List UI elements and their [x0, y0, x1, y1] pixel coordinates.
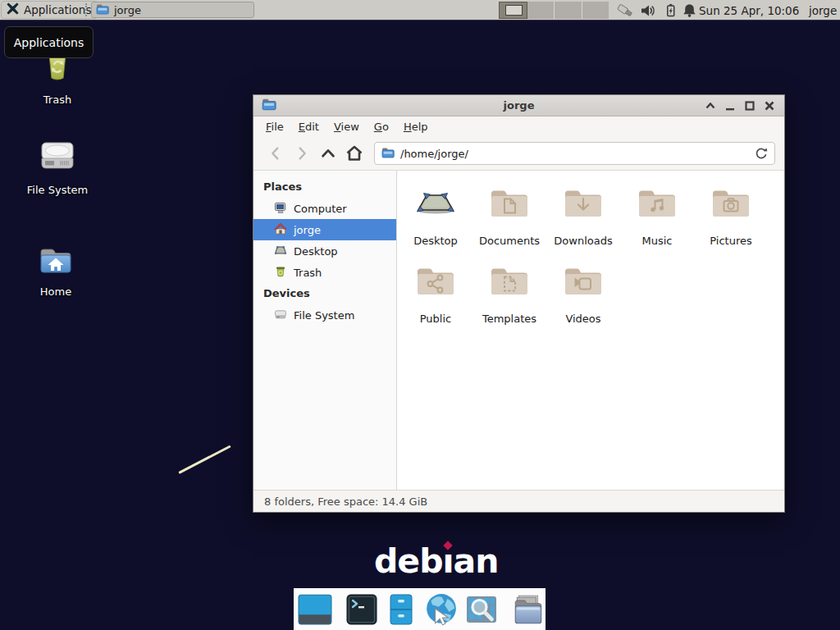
file-item-desktop[interactable]: Desktop — [399, 179, 472, 257]
menu-edit[interactable]: Edit — [291, 118, 326, 135]
file-item-videos[interactable]: Videos — [546, 257, 620, 335]
sidebar-item-label: File System — [294, 309, 354, 322]
statusbar: 8 folders, Free space: 14.4 GiB — [253, 490, 784, 512]
desktop-icon — [274, 244, 287, 259]
up-button[interactable] — [315, 141, 341, 166]
maximize-button[interactable] — [742, 98, 756, 112]
sidebar-item-jorge[interactable]: jorge — [253, 219, 396, 240]
workspace-switcher — [499, 2, 609, 19]
home-button[interactable] — [341, 141, 368, 166]
menu-help[interactable]: Help — [396, 118, 436, 135]
downloads-folder-icon — [564, 207, 603, 222]
sidebar-header-devices: Devices — [253, 283, 396, 304]
debian-watermark: debıan — [374, 541, 498, 581]
file-view[interactable]: Desktop Documents — [397, 171, 784, 490]
workspace-4[interactable] — [582, 2, 609, 19]
file-label: Downloads — [546, 235, 620, 247]
trash-small-icon — [274, 265, 287, 281]
public-folder-icon — [416, 285, 455, 300]
input-device-tray-icon[interactable] — [616, 2, 634, 19]
minimize-button[interactable] — [723, 98, 737, 112]
panel-username[interactable]: jorge — [809, 0, 837, 21]
task-button-label: jorge — [114, 4, 141, 16]
reload-icon[interactable] — [755, 147, 768, 160]
forward-button[interactable] — [289, 141, 315, 166]
sidebar-item-filesystem[interactable]: File System — [253, 304, 396, 326]
videos-folder-icon — [564, 285, 603, 300]
window-folder-icon — [262, 98, 276, 114]
taskbar-window-button[interactable]: jorge — [91, 2, 254, 18]
path-bar[interactable]: /home/jorge/ — [374, 142, 775, 165]
applications-tooltip: Applications — [4, 26, 94, 58]
menu-go[interactable]: Go — [367, 118, 396, 135]
sidebar-item-label: jorge — [294, 224, 321, 236]
file-item-templates[interactable]: Templates — [472, 257, 546, 335]
workspace-2[interactable] — [527, 2, 555, 19]
applications-icon — [6, 2, 20, 18]
show-desktop-icon[interactable] — [298, 592, 332, 627]
workspace-3[interactable] — [555, 2, 582, 19]
menubar: File Edit View Go Help — [253, 116, 784, 137]
notifications-tray-icon[interactable] — [680, 2, 698, 19]
sidebar-item-label: Desktop — [294, 245, 338, 258]
file-item-downloads[interactable]: Downloads — [546, 179, 620, 257]
watermark-text: deb — [374, 541, 443, 581]
toolbar: /home/jorge/ — [253, 137, 784, 171]
file-label: Videos — [546, 313, 620, 325]
web-browser-icon[interactable] — [424, 592, 459, 627]
menu-view[interactable]: View — [326, 118, 367, 135]
file-label: Music — [620, 235, 694, 247]
window-titlebar[interactable]: jorge — [253, 95, 784, 116]
tasklist-handle[interactable] — [85, 3, 88, 16]
computer-icon — [274, 201, 287, 217]
watermark-text: an — [454, 541, 499, 581]
battery-tray-icon[interactable] — [661, 2, 679, 19]
volume-tray-icon[interactable] — [639, 2, 657, 19]
trash-icon — [38, 71, 77, 87]
desktop-icon-label: File System — [18, 184, 97, 196]
terminal-icon[interactable] — [345, 592, 378, 627]
task-folder-icon — [96, 3, 109, 17]
desktop-desk-icon — [416, 207, 455, 222]
file-label: Documents — [472, 235, 546, 247]
pictures-folder-icon — [711, 207, 751, 222]
path-folder-icon — [381, 147, 395, 161]
file-item-documents[interactable]: Documents — [472, 179, 546, 257]
sidebar-item-label: Trash — [294, 267, 322, 279]
menu-file[interactable]: File — [258, 118, 291, 135]
file-item-music[interactable]: Music — [620, 179, 694, 257]
sidebar-item-label: Computer — [294, 203, 347, 215]
back-button[interactable] — [262, 141, 289, 166]
sidebar-item-trash[interactable]: Trash — [253, 262, 396, 283]
file-manager-icon[interactable] — [385, 592, 418, 627]
hard-drive-icon — [37, 162, 78, 177]
path-input[interactable]: /home/jorge/ — [400, 148, 468, 160]
music-folder-icon — [637, 207, 677, 222]
templates-folder-icon — [490, 285, 529, 300]
workspace-window-preview — [505, 5, 523, 16]
sidebar: Places Computer jorge Desktop — [253, 171, 397, 490]
file-item-pictures[interactable]: Pictures — [694, 179, 768, 257]
sidebar-item-desktop[interactable]: Desktop — [253, 240, 396, 262]
file-label: Public — [399, 313, 472, 325]
desktop-icon-filesystem[interactable]: File System — [18, 138, 97, 196]
sidebar-header-places: Places — [253, 176, 396, 198]
applications-menu-button[interactable]: Applications — [1, 1, 98, 19]
desktop-icon-home[interactable]: Home — [16, 240, 95, 298]
application-finder-icon[interactable] — [465, 592, 498, 627]
file-manager-window: jorge File Edit View Go Help — [253, 94, 785, 513]
documents-folder-icon — [490, 207, 529, 222]
file-label: Pictures — [694, 235, 768, 247]
mouse-cursor — [178, 445, 231, 473]
desktop-icon-label: Home — [16, 285, 95, 298]
workspace-1[interactable] — [499, 2, 527, 19]
sidebar-item-computer[interactable]: Computer — [253, 198, 396, 219]
home-icon — [274, 222, 287, 238]
close-button[interactable] — [762, 98, 776, 112]
panel-clock[interactable]: Sun 25 Apr, 10:06 — [699, 0, 799, 21]
shade-button[interactable] — [703, 98, 717, 112]
status-text: 8 folders, Free space: 14.4 GiB — [264, 495, 427, 508]
file-item-public[interactable]: Public — [399, 257, 472, 335]
desktop-icon-label: Trash — [18, 94, 97, 106]
file-browser-icon[interactable] — [511, 592, 546, 627]
